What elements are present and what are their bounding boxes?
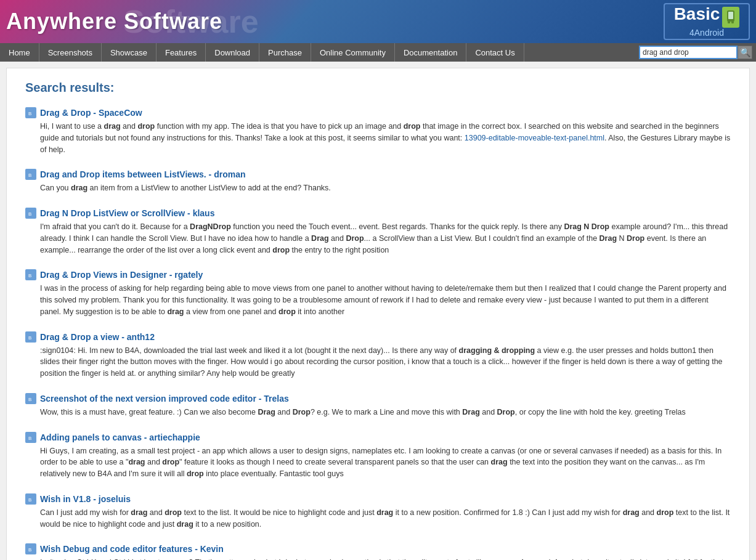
- result-icon: B: [25, 107, 36, 118]
- search-button[interactable]: 🔍: [738, 46, 752, 59]
- svg-text:B: B: [28, 335, 31, 341]
- result-title[interactable]: Screenshot of the next version improved …: [40, 394, 289, 404]
- header-watermark: Software: [123, 3, 259, 40]
- result-title[interactable]: Drag & Drop a view - anth12: [40, 332, 155, 342]
- result-title[interactable]: Wish in V1.8 - joseluis: [40, 494, 131, 504]
- header: Software Anywhere Software Basic 4Androi…: [0, 0, 756, 43]
- result-icon: B: [25, 169, 36, 180]
- result-text: Can you drag an item from a ListView to …: [25, 182, 731, 194]
- logo-android-text: 4Android: [689, 28, 724, 38]
- list-item: B Drag & Drop Views in Designer - rgatel…: [25, 269, 731, 317]
- svg-text:B: B: [28, 547, 31, 553]
- navigation: Home Screenshots Showcase Features Downl…: [0, 43, 756, 62]
- result-header: B Drag and Drop items between ListViews.…: [25, 169, 731, 180]
- result-text: Hi Guys, I am creating, as a small test …: [25, 445, 731, 480]
- list-item: B Wish Debug and code editor features - …: [25, 543, 731, 560]
- result-header: B Adding panels to canvas - artiechappie: [25, 432, 731, 443]
- result-header: B Screenshot of the next version improve…: [25, 393, 731, 404]
- result-text: I'm afraid that you can't do it. Because…: [25, 221, 731, 256]
- list-item: B Drag & Drop - SpaceCow Hi, I want to u…: [25, 107, 731, 155]
- svg-text:B: B: [28, 397, 31, 402]
- main-content: Search results: B Drag & Drop - SpaceCow…: [6, 68, 750, 560]
- list-item: B Screenshot of the next version improve…: [25, 393, 731, 418]
- result-text: Isn't using Ctrl-X and Ctrl-V at least a…: [25, 557, 731, 560]
- result-title[interactable]: Wish Debug and code editor features - Ke…: [40, 544, 224, 554]
- result-icon: B: [25, 432, 36, 443]
- nav-home[interactable]: Home: [0, 43, 39, 62]
- svg-rect-2: [728, 20, 730, 23]
- result-icon: B: [25, 393, 36, 404]
- nav-documentation[interactable]: Documentation: [395, 43, 466, 62]
- logo-basic-text: Basic: [674, 6, 720, 23]
- svg-text:B: B: [28, 497, 31, 503]
- result-link[interactable]: 13909-editable-moveable-text-panel.html: [465, 134, 604, 142]
- svg-rect-3: [731, 20, 734, 23]
- result-header: B Drag & Drop a view - anth12: [25, 331, 731, 343]
- svg-text:B: B: [28, 211, 31, 217]
- nav-online-community[interactable]: Online Community: [311, 43, 395, 62]
- svg-rect-1: [728, 12, 733, 19]
- nav-purchase[interactable]: Purchase: [259, 43, 311, 62]
- list-item: B Adding panels to canvas - artiechappie…: [25, 432, 731, 480]
- svg-text:B: B: [28, 273, 31, 278]
- list-item: B Drag N Drop ListView or ScrollView - k…: [25, 208, 731, 256]
- result-header: B Drag & Drop Views in Designer - rgatel…: [25, 269, 731, 280]
- list-item: B Wish in V1.8 - joseluis Can I just add…: [25, 493, 731, 530]
- svg-text:B: B: [28, 436, 31, 441]
- nav-contact-us[interactable]: Contact Us: [466, 43, 524, 62]
- list-item: B Drag & Drop a view - anth12 :sign0104:…: [25, 331, 731, 379]
- result-title[interactable]: Drag & Drop Views in Designer - rgately: [40, 270, 203, 280]
- result-icon: B: [25, 208, 36, 219]
- result-text: I was in the process of asking for help …: [25, 283, 731, 317]
- list-item: B Drag and Drop items between ListViews.…: [25, 169, 731, 194]
- result-icon: B: [25, 543, 36, 554]
- result-icon: B: [25, 269, 36, 280]
- search-container: 🔍: [635, 43, 756, 62]
- result-text: :sign0104: Hi. Im new to B4A, downloaded…: [25, 345, 731, 379]
- result-header: B Drag & Drop - SpaceCow: [25, 107, 731, 118]
- search-input[interactable]: [639, 46, 738, 59]
- result-icon: B: [25, 331, 36, 343]
- result-title[interactable]: Drag and Drop items between ListViews. -…: [40, 169, 245, 179]
- result-header: B Wish in V1.8 - joseluis: [25, 493, 731, 505]
- svg-text:B: B: [28, 172, 31, 178]
- result-title[interactable]: Adding panels to canvas - artiechappie: [40, 432, 200, 442]
- logo: Basic 4Android: [664, 3, 750, 40]
- nav-download[interactable]: Download: [206, 43, 259, 62]
- result-text: Hi, I want to use a drag and drop functi…: [25, 121, 731, 155]
- result-icon: B: [25, 493, 36, 505]
- nav-features[interactable]: Features: [156, 43, 206, 62]
- search-results-title: Search results:: [25, 81, 731, 95]
- result-text: Wow, this is a must have, great feature.…: [25, 407, 731, 418]
- nav-showcase[interactable]: Showcase: [102, 43, 156, 62]
- result-title[interactable]: Drag & Drop - SpaceCow: [40, 108, 142, 118]
- nav-screenshots[interactable]: Screenshots: [39, 43, 102, 62]
- result-header: B Drag N Drop ListView or ScrollView - k…: [25, 208, 731, 219]
- result-text: Can I just add my wish for drag and drop…: [25, 507, 731, 530]
- svg-text:B: B: [28, 111, 31, 116]
- result-header: B Wish Debug and code editor features - …: [25, 543, 731, 554]
- result-title[interactable]: Drag N Drop ListView or ScrollView - kla…: [40, 208, 214, 218]
